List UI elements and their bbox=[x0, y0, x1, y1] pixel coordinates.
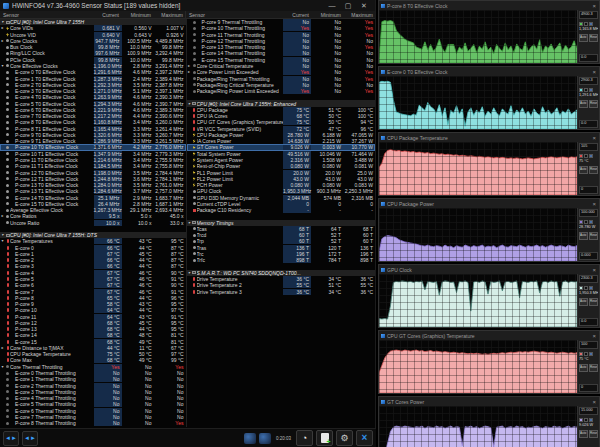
scale-max-field[interactable]: 100.000 bbox=[579, 209, 598, 217]
scale-min-field[interactable]: 0 bbox=[579, 384, 598, 392]
series-color-swatch[interactable] bbox=[579, 88, 583, 92]
minimum-value: 29.1 MHz bbox=[122, 207, 154, 213]
reset-button[interactable]: Reset bbox=[589, 298, 598, 306]
grid-color-swatch[interactable] bbox=[589, 286, 593, 290]
auto-fit-button[interactable]: Auto Fit bbox=[579, 298, 588, 306]
reset-button[interactable]: Reset bbox=[589, 232, 598, 240]
graph-title-bar[interactable]: GT Cores Power× bbox=[379, 397, 599, 406]
close-icon[interactable]: × bbox=[592, 69, 597, 75]
scale-max-field[interactable]: 4900.3 bbox=[579, 11, 598, 19]
sensor-row[interactable]: P-core 8 Thermal ThrottlingNoNoYes bbox=[0, 420, 186, 426]
grid-color-swatch[interactable] bbox=[589, 154, 593, 158]
background-color-swatch[interactable] bbox=[584, 88, 588, 92]
auto-fit-button[interactable]: Auto Fit bbox=[579, 34, 588, 42]
graph-title-bar[interactable]: E-core 0 T0 Effective Clock× bbox=[379, 67, 599, 76]
close-icon[interactable]: × bbox=[592, 333, 597, 339]
background-color-swatch[interactable] bbox=[584, 286, 588, 290]
current-value: 68 °C bbox=[94, 320, 122, 326]
minimum-value: 784 T bbox=[311, 257, 343, 263]
close-icon[interactable]: × bbox=[592, 135, 597, 141]
header-maximum[interactable]: Maximum bbox=[153, 12, 185, 18]
reset-clock-button[interactable]: ◔ bbox=[296, 430, 313, 446]
series-color-swatch[interactable] bbox=[579, 352, 583, 356]
grid-color-swatch[interactable] bbox=[589, 220, 593, 224]
maximum-value: No bbox=[154, 401, 186, 407]
auto-fit-button[interactable]: Auto Fit bbox=[579, 100, 588, 108]
header-current[interactable]: Current bbox=[283, 12, 311, 18]
scale-min-field[interactable]: 0.0 bbox=[579, 318, 598, 326]
series-color-swatch[interactable] bbox=[579, 154, 583, 158]
reset-button[interactable]: Reset bbox=[589, 34, 598, 42]
auto-fit-button[interactable]: Auto Fit bbox=[579, 430, 588, 438]
graph-title-bar[interactable]: GPU Clock× bbox=[379, 265, 599, 274]
reset-button[interactable]: Reset bbox=[589, 364, 598, 372]
current-value: 68 °C bbox=[94, 339, 122, 345]
auto-fit-button[interactable]: Auto Fit bbox=[579, 232, 588, 240]
header-sensor[interactable]: Sensor bbox=[186, 12, 283, 18]
graph-title-bar[interactable]: CPU Package Power× bbox=[379, 199, 599, 208]
header-sensor[interactable]: Sensor bbox=[0, 12, 93, 18]
logging-button[interactable] bbox=[316, 430, 333, 446]
background-color-swatch[interactable] bbox=[584, 154, 588, 158]
remote-sync-icon[interactable] bbox=[259, 433, 271, 444]
background-color-swatch[interactable] bbox=[584, 352, 588, 356]
sensor-label: E-core 5 T0 Effective Clock bbox=[10, 101, 94, 107]
close-icon[interactable]: × bbox=[592, 399, 597, 405]
header-current[interactable]: Current bbox=[93, 12, 121, 18]
grid-color-swatch[interactable] bbox=[589, 22, 593, 26]
minimize-button[interactable]: — bbox=[324, 0, 340, 11]
scale-max-field[interactable]: 100 bbox=[579, 341, 598, 349]
close-icon[interactable]: × bbox=[592, 201, 597, 207]
reset-button[interactable]: Reset bbox=[589, 100, 598, 108]
close-icon[interactable]: × bbox=[592, 267, 597, 273]
scale-max-field[interactable]: 2900.3 bbox=[579, 77, 598, 85]
grid-color-swatch[interactable] bbox=[589, 352, 593, 356]
series-color-swatch[interactable] bbox=[579, 220, 583, 224]
maximum-value: 99.8 MHz bbox=[154, 57, 186, 63]
auto-fit-button[interactable]: Auto Fit bbox=[579, 166, 588, 174]
column-headers: Sensor Current Minimum Maximum Sensor Cu… bbox=[0, 11, 375, 19]
minimum-value: 10.0 MHz bbox=[122, 57, 154, 63]
background-color-swatch[interactable] bbox=[584, 22, 588, 26]
current-value: 75 °C bbox=[283, 119, 311, 125]
scale-min-field[interactable]: 0.0 bbox=[579, 120, 598, 128]
remote-monitor-icon[interactable] bbox=[244, 433, 256, 444]
scale-max-field[interactable]: 105 bbox=[579, 143, 598, 151]
graph-title-bar[interactable]: CPU Package Temperature× bbox=[379, 133, 599, 142]
scale-min-field[interactable]: 0.0 bbox=[579, 54, 598, 62]
header-minimum[interactable]: Minimum bbox=[121, 12, 153, 18]
sensor-label: E-core 2 bbox=[10, 257, 94, 263]
settings-button[interactable]: ⚙ bbox=[336, 430, 353, 446]
background-color-swatch[interactable] bbox=[584, 220, 588, 224]
header-maximum[interactable]: Maximum bbox=[343, 12, 375, 18]
reset-button[interactable]: Reset bbox=[589, 166, 598, 174]
columns-decrease-button[interactable]: ◄► bbox=[3, 431, 19, 446]
close-sensors-button[interactable]: × bbox=[356, 430, 373, 446]
scale-min-field[interactable]: 0 bbox=[579, 186, 598, 194]
maximum-value: No bbox=[343, 50, 375, 56]
monitoring-uptime: 0:20:03 bbox=[276, 436, 291, 441]
grid-color-swatch[interactable] bbox=[589, 88, 593, 92]
sensor-row[interactable]: Drive Temperature 336 °C34 °C36 °C bbox=[187, 288, 376, 294]
scale-max-field[interactable]: 15.000 bbox=[579, 407, 598, 415]
minimum-value: 3.4 MHz bbox=[122, 119, 154, 125]
maximum-value: 95 °C bbox=[154, 238, 186, 244]
background-color-swatch[interactable] bbox=[584, 418, 588, 422]
close-icon[interactable]: × bbox=[592, 3, 597, 9]
title-bar[interactable]: HWiNFO64 v7.36-4960 Sensor Status [189 v… bbox=[0, 0, 375, 11]
series-color-swatch[interactable] bbox=[579, 418, 583, 422]
series-color-swatch[interactable] bbox=[579, 22, 583, 26]
columns-increase-button[interactable]: ◄► bbox=[22, 431, 38, 446]
scale-min-field[interactable]: 0.000 bbox=[579, 252, 598, 260]
sensor-label: E-core 7 Thermal Throttling bbox=[10, 414, 94, 420]
header-minimum[interactable]: Minimum bbox=[311, 12, 343, 18]
graph-title-bar[interactable]: P-core 8 T0 Effective Clock× bbox=[379, 1, 599, 10]
graph-title-bar[interactable]: CPU GT Cores (Graphics) Temperature× bbox=[379, 331, 599, 340]
close-button[interactable]: ✕ bbox=[356, 0, 372, 11]
grid-color-swatch[interactable] bbox=[589, 418, 593, 422]
scale-max-field[interactable]: 2300.3 bbox=[579, 275, 598, 283]
maximize-button[interactable]: ▢ bbox=[340, 0, 356, 11]
reset-button[interactable]: Reset bbox=[589, 430, 598, 438]
series-color-swatch[interactable] bbox=[579, 286, 583, 290]
auto-fit-button[interactable]: Auto Fit bbox=[579, 364, 588, 372]
